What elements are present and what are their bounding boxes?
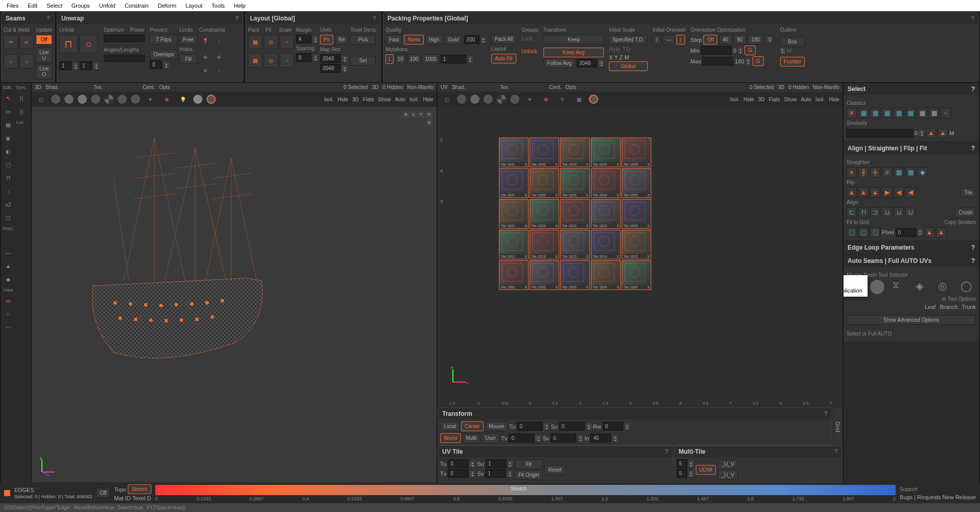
sv-input[interactable] (551, 434, 576, 442)
unfold-v2-input[interactable] (80, 61, 92, 70)
seam-radial-icon[interactable]: ◯ (961, 280, 975, 294)
flip4-icon[interactable]: ▶ (882, 187, 892, 197)
pick-button[interactable]: Pick (350, 35, 375, 44)
vp-shade2-icon[interactable] (64, 95, 74, 104)
fast-button[interactable]: Fast (385, 35, 402, 44)
seam-box-icon[interactable]: ◈ (916, 280, 930, 294)
gold-v-input[interactable] (464, 35, 480, 44)
menu-edit[interactable]: Edit (24, 2, 41, 10)
menu-tools[interactable]: Tools (208, 2, 229, 10)
newrelease-button[interactable]: New Release (943, 494, 976, 500)
uv-tile[interactable]: Tile 1002X (530, 260, 559, 290)
sel-grid5-icon[interactable]: ▦ (905, 108, 916, 118)
norm-button[interactable]: Norm (404, 35, 423, 44)
showadv-button[interactable]: Show Advanced Options (847, 315, 976, 325)
vp-tex1-icon[interactable] (118, 95, 127, 104)
shield-icon[interactable]: ⬡ (2, 212, 14, 224)
mutations-v-input[interactable] (441, 55, 466, 63)
view-cube[interactable]: B L F R (403, 111, 432, 118)
menu-layout[interactable]: Layout (181, 2, 207, 10)
uvt-su-input[interactable] (486, 459, 506, 468)
help-icon[interactable]: ? (373, 15, 376, 22)
topo-label[interactable]: Topo (114, 486, 126, 493)
uvh-isol2[interactable]: Isol. (815, 97, 825, 102)
spacing-input[interactable] (296, 53, 311, 62)
vp-opt2-icon[interactable] (207, 95, 216, 104)
uv-tile[interactable]: Tile 1022X (530, 199, 559, 229)
fill-button[interactable]: Fill (179, 54, 197, 64)
cut-icon[interactable]: ✂ (4, 35, 18, 49)
align2-icon[interactable]: ⊓ (858, 207, 869, 217)
tile-button[interactable]: Tile (961, 188, 976, 197)
margin-input[interactable] (296, 35, 311, 43)
m100-button[interactable]: 100 (407, 54, 421, 64)
uv-tile[interactable]: Tile 1004X (591, 260, 621, 290)
vh-auto[interactable]: Auto (395, 97, 406, 102)
leaf-label[interactable]: Leaf (925, 304, 936, 310)
viewport-uv[interactable]: 5 4 3 Tile 1041XTile 1042XTile 1043XTile… (438, 107, 842, 408)
tflips-button[interactable]: T Flips (150, 35, 177, 44)
vp-shade4-icon[interactable] (91, 95, 100, 104)
flip2-icon[interactable]: ▲ (858, 187, 869, 197)
prevent-v-input[interactable] (150, 60, 162, 69)
uv-tile[interactable]: Tile 1015X (622, 230, 651, 259)
uv-opt-icon[interactable] (589, 95, 598, 104)
uv-tile[interactable]: Tile 1031X (499, 168, 529, 198)
area-rect-icon[interactable]: ▭ (2, 295, 14, 307)
menu-groups[interactable]: Groups (67, 2, 94, 10)
menu-select[interactable]: Select (42, 2, 66, 10)
flip6-icon[interactable]: ◀ (905, 187, 916, 197)
uv-shade3-icon[interactable] (484, 95, 493, 104)
similarity-slider[interactable] (847, 129, 913, 138)
a90-button[interactable]: 90 (734, 35, 746, 44)
sel-grid1-icon[interactable]: ▦ (858, 108, 869, 118)
flip5-icon[interactable]: ◀ (894, 187, 904, 197)
packall-button[interactable]: Pack All (491, 34, 517, 44)
menu-help[interactable]: Help (230, 2, 250, 10)
scale-icon[interactable]: ▫ (280, 35, 294, 49)
seam-tool-icon[interactable]: ⬦ (4, 54, 18, 69)
uv-checker-icon[interactable] (497, 95, 506, 104)
unfold-v1-input[interactable] (59, 61, 72, 70)
ftg2-icon[interactable]: ▢ (858, 227, 869, 237)
area-lasso-icon[interactable]: 〰 (2, 321, 14, 333)
fit2-icon[interactable]: ◎ (264, 53, 278, 68)
menu-constrain[interactable]: Constrain (121, 2, 153, 10)
viewport-3d[interactable]: B L F R B (32, 107, 437, 482)
seam-torus-icon[interactable]: ◎ (938, 280, 952, 294)
str3-icon[interactable]: ╪ (870, 167, 880, 177)
vh-isol[interactable]: Isol. (324, 97, 333, 102)
keepavg-button[interactable]: Keep Avg (543, 48, 604, 57)
uv-tile[interactable]: Tile 1033X (560, 168, 590, 198)
uvh-3d[interactable]: 3D (758, 97, 765, 102)
m10-button[interactable]: 10 (395, 54, 406, 64)
fit-icon[interactable]: ◎ (264, 35, 278, 49)
in-input[interactable] (590, 434, 611, 442)
uv-tile[interactable]: Tile 1011X (499, 230, 529, 259)
high-button[interactable]: High (425, 35, 443, 44)
liveu-button[interactable]: Live U (36, 48, 52, 63)
vp-light-icon[interactable]: 💡 (177, 93, 189, 105)
angles-slider[interactable] (104, 55, 145, 62)
mt-v2-input[interactable] (677, 469, 687, 478)
uv-tile[interactable]: Tile 1014X (591, 230, 621, 259)
px-button[interactable]: Px (320, 35, 333, 44)
followavg-input[interactable] (577, 59, 597, 68)
maprez2-input[interactable] (320, 64, 340, 73)
multi-button[interactable]: Multi (462, 433, 480, 443)
vh-show[interactable]: Show (378, 97, 391, 102)
uvh-auto[interactable]: Auto (801, 97, 812, 102)
str1-icon[interactable]: ✕ (847, 167, 857, 177)
uv-tile[interactable]: Tile 1034X (591, 168, 621, 198)
m1-button[interactable]: 1 (385, 54, 394, 64)
constraint-tool3-icon[interactable]: ✕ (199, 64, 212, 77)
arrow-icon[interactable]: ↖ (2, 92, 14, 104)
sel-grid2-icon[interactable]: ▦ (870, 108, 880, 118)
island-icon[interactable]: ◆ (2, 273, 14, 285)
sim-tool1-icon[interactable]: ▲ (926, 128, 936, 138)
deselect-icon[interactable]: ✕ (847, 108, 857, 118)
help-icon[interactable]: ? (235, 15, 239, 22)
str7-icon[interactable]: ◆ (917, 167, 927, 177)
uv-rotate-icon[interactable]: ↻ (556, 93, 568, 105)
axis-gizmo-uv[interactable]: vu (448, 367, 468, 387)
